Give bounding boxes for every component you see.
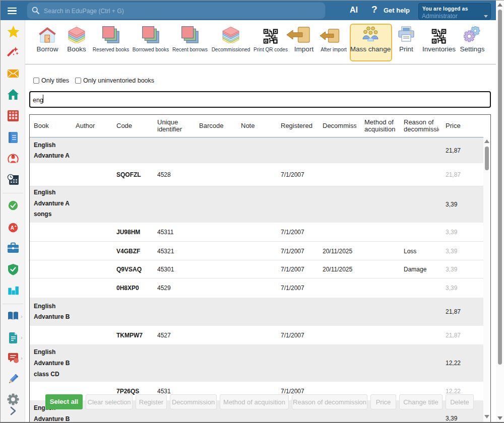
svg-text:+: + bbox=[15, 225, 17, 228]
svg-text:A: A bbox=[11, 225, 14, 230]
